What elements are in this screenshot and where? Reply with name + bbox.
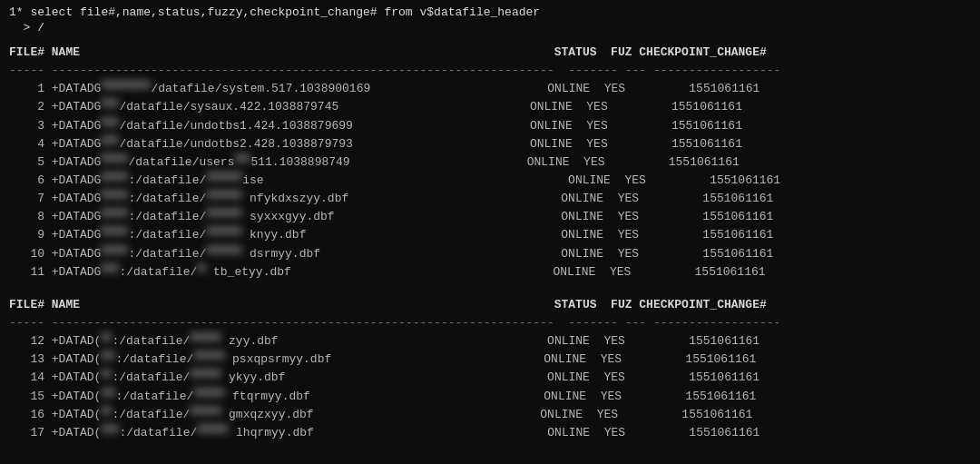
table-row: 17 +DATAD(██:/datafile/████ lhqrmyy.dbf … xyxy=(9,424,971,442)
table-row: 8 +DATADG███:/datafile/████ syxxxgyy.dbf… xyxy=(9,208,971,226)
table-row: 11 +DATADG██:/datafile/█ tb_etyy.dbf ONL… xyxy=(9,263,971,281)
table-row: 3 +DATADG██/datafile/undotbs1.424.103887… xyxy=(9,117,971,135)
result-section-2: FILE# NAME STATUS FUZ CHECKPOINT_CHANGE#… xyxy=(9,296,971,442)
query-line: 1* select file#,name,status,fuzzy,checkp… xyxy=(9,5,971,19)
table-divider-1: ----- ----------------------------------… xyxy=(9,62,971,80)
table-divider-2: ----- ----------------------------------… xyxy=(9,314,971,332)
table-row: 10 +DATADG███:/datafile/████ dsrmyy.dbf … xyxy=(9,245,971,263)
prompt-line: > / xyxy=(9,21,971,35)
table-header-1: FILE# NAME STATUS FUZ CHECKPOINT_CHANGE# xyxy=(9,44,971,62)
table-row: 16 +DATAD(█:/datafile/████ gmxqzxyy.dbf … xyxy=(9,406,971,424)
table-row: 9 +DATADG███:/datafile/████ knyy.dbf ONL… xyxy=(9,226,971,244)
table-row: 5 +DATADG███/datafile/users██511.1038898… xyxy=(9,153,971,172)
table-row: 6 +DATADG███:/datafile/████ise ONLINE YE… xyxy=(9,172,971,190)
table-row: 2 +DATADG██/datafile/sysaux.422.10388797… xyxy=(9,98,971,116)
table-row: 15 +DATAD(██:/datafile/████ ftqrmyy.dbf … xyxy=(9,388,971,406)
table-row: 13 +DATAD(██:/datafile/████ psxqpsrmyy.d… xyxy=(9,350,971,369)
table-row: 14 +DATAD(█:/datafile/████ ykyy.dbf ONLI… xyxy=(9,369,971,387)
table-row: 4 +DATADG██/datafile/undotbs2.428.103887… xyxy=(9,135,971,153)
result-section-1: FILE# NAME STATUS FUZ CHECKPOINT_CHANGE#… xyxy=(9,44,971,281)
table-row: 12 +DATAD(█:/datafile/████ zyy.dbf ONLIN… xyxy=(9,332,971,350)
table-header-2: FILE# NAME STATUS FUZ CHECKPOINT_CHANGE# xyxy=(9,296,971,314)
table-row: 1 +DATADG████/datafile/system.517.103890… xyxy=(9,80,971,98)
table-row: 7 +DATADG███:/datafile/████ nfykdxszyy.d… xyxy=(9,190,971,208)
terminal-window: 1* select file#,name,status,fuzzy,checkp… xyxy=(9,5,971,442)
